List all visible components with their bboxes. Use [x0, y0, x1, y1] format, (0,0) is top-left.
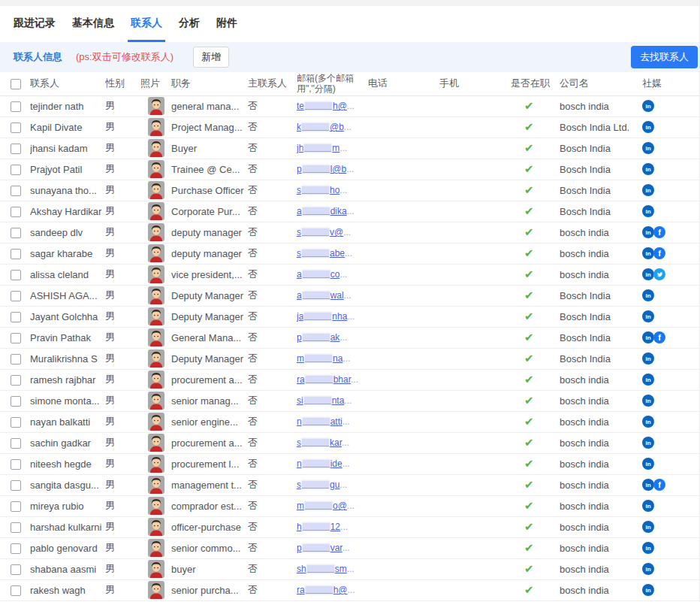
table-row[interactable]: sandeep dlv 男 deputy manager 否 sv@...: [0, 222, 700, 243]
table-row[interactable]: tejinder nath 男 general mana... 否 teh@..…: [0, 95, 700, 116]
linkedin-icon[interactable]: in: [642, 352, 654, 365]
facebook-icon[interactable]: f: [653, 479, 665, 491]
row-checkbox[interactable]: [11, 101, 21, 112]
email-link[interactable]: adika...: [297, 206, 355, 216]
email-link[interactable]: pvar...: [297, 543, 350, 553]
email-link[interactable]: sinta...: [297, 395, 352, 406]
row-checkbox[interactable]: [11, 396, 21, 407]
linkedin-icon[interactable]: in: [642, 542, 654, 554]
email-link[interactable]: aco...: [297, 269, 347, 280]
email-link[interactable]: mna...: [297, 353, 350, 364]
linkedin-icon[interactable]: in: [642, 479, 654, 491]
linkedin-icon[interactable]: in: [642, 205, 654, 217]
find-contacts-button[interactable]: 去找联系人: [631, 46, 698, 68]
row-checkbox[interactable]: [11, 459, 21, 470]
table-row[interactable]: mireya rubio 男 comprador est... 否 mo@...: [0, 495, 700, 516]
linkedin-icon[interactable]: in: [642, 289, 654, 301]
table-row[interactable]: sunayana tho... 男 Purchase Officer 否 sho…: [0, 180, 700, 201]
email-link[interactable]: skar...: [297, 437, 349, 448]
add-contact-button[interactable]: 新增: [193, 47, 229, 68]
linkedin-icon[interactable]: in: [642, 458, 654, 470]
row-checkbox[interactable]: [11, 270, 21, 280]
linkedin-icon[interactable]: in: [642, 226, 654, 238]
linkedin-icon[interactable]: in: [642, 395, 654, 407]
row-checkbox[interactable]: [11, 564, 21, 575]
email-link[interactable]: mo@...: [297, 501, 355, 511]
email-link[interactable]: k@b...: [297, 122, 352, 132]
table-row[interactable]: sangita dasgu... 男 management t... 否 sgu…: [0, 474, 700, 495]
table-row[interactable]: pablo genovard 男 senior commo... 否 pvar.…: [0, 537, 700, 558]
email-link[interactable]: sgu...: [297, 479, 347, 490]
email-link[interactable]: nide...: [297, 458, 350, 469]
email-link[interactable]: sho...: [297, 185, 347, 195]
table-row[interactable]: harshad kulkarni 男 officer-purchase 否 h1…: [0, 516, 700, 537]
row-checkbox[interactable]: [11, 480, 21, 491]
table-row[interactable]: alissa cleland 男 vice president,... 否 ac…: [0, 264, 700, 285]
tab-attachments[interactable]: 附件: [213, 6, 240, 42]
row-checkbox[interactable]: [11, 522, 21, 533]
row-checkbox[interactable]: [11, 186, 21, 196]
tab-basic-info[interactable]: 基本信息: [69, 6, 117, 42]
tab-contacts[interactable]: 联系人: [128, 6, 165, 42]
table-row[interactable]: Pravin Pathak 男 General Mana... 否 pak...: [0, 327, 700, 348]
email-link[interactable]: natti...: [297, 416, 350, 427]
email-link[interactable]: jhm...: [297, 143, 347, 153]
facebook-icon[interactable]: f: [653, 247, 665, 259]
tab-follow-up-records[interactable]: 跟进记录: [11, 6, 59, 42]
table-row[interactable]: ramesh rajbhar 男 procurement a... 否 rabh…: [0, 369, 700, 390]
table-row[interactable]: jhansi kadam 男 Buyer 否 jhm... ✔: [0, 138, 700, 159]
facebook-icon[interactable]: f: [653, 331, 665, 343]
table-row[interactable]: Kapil Divate 男 Project Manag... 否 k@b...: [0, 116, 700, 138]
table-row[interactable]: sagar kharabe 男 deputy manager 否 sabe...: [0, 243, 700, 264]
table-row[interactable]: Prajyot Patil 男 Trainee @ Ce... 否 pl@b..…: [0, 159, 700, 180]
email-link[interactable]: sv@...: [297, 227, 351, 237]
table-row[interactable]: rakesh wagh 男 senior purcha... 否 rah@...: [0, 579, 700, 600]
email-link[interactable]: sabe...: [297, 248, 352, 259]
table-row[interactable]: simone monta... 男 senior manag... 否 sint…: [0, 390, 700, 411]
row-checkbox[interactable]: [11, 375, 21, 386]
tab-analysis[interactable]: 分析: [176, 6, 203, 42]
linkedin-icon[interactable]: in: [642, 121, 654, 133]
select-all-checkbox[interactable]: [11, 79, 21, 89]
linkedin-icon[interactable]: in: [642, 163, 654, 175]
table-row[interactable]: Akshay Hardikar 男 Corporate Pur... 否 adi…: [0, 201, 700, 222]
row-checkbox[interactable]: [11, 291, 21, 301]
table-row[interactable]: sachin gadkar 男 procurement a... 否 skar.…: [0, 432, 700, 453]
email-link[interactable]: janha...: [297, 311, 355, 322]
linkedin-icon[interactable]: in: [642, 310, 654, 322]
twitter-icon[interactable]: [653, 268, 665, 280]
row-checkbox[interactable]: [11, 144, 21, 154]
linkedin-icon[interactable]: in: [642, 416, 654, 428]
email-link[interactable]: rah@...: [297, 585, 355, 595]
row-checkbox[interactable]: [11, 501, 21, 512]
table-row[interactable]: Jayant Golchha 男 Deputy Manager 否 janha.…: [0, 306, 700, 327]
linkedin-icon[interactable]: in: [642, 247, 654, 259]
table-row[interactable]: nayan balkatti 男 senior engine... 否 natt…: [0, 411, 700, 432]
linkedin-icon[interactable]: in: [642, 521, 654, 533]
linkedin-icon[interactable]: in: [642, 500, 654, 512]
row-checkbox[interactable]: [11, 333, 21, 343]
table-row[interactable]: niteesh hegde 男 procurement l... 否 nide.…: [0, 453, 700, 474]
table-row[interactable]: Muralikrishna S 男 Deputy Manager 否 mna..…: [0, 348, 700, 369]
linkedin-icon[interactable]: in: [642, 268, 654, 280]
linkedin-icon[interactable]: in: [642, 437, 654, 449]
row-checkbox[interactable]: [11, 543, 21, 554]
email-link[interactable]: pak...: [297, 332, 347, 343]
linkedin-icon[interactable]: in: [642, 584, 654, 596]
email-link[interactable]: rabhar...: [297, 374, 358, 385]
row-checkbox[interactable]: [11, 438, 21, 449]
row-checkbox[interactable]: [11, 417, 21, 428]
linkedin-icon[interactable]: in: [642, 331, 654, 343]
row-checkbox[interactable]: [11, 207, 21, 217]
email-link[interactable]: pl@b...: [297, 164, 354, 174]
linkedin-icon[interactable]: in: [642, 563, 654, 575]
row-checkbox[interactable]: [11, 123, 21, 133]
linkedin-icon[interactable]: in: [642, 374, 654, 386]
email-link[interactable]: awal...: [297, 290, 352, 301]
email-link[interactable]: h12...: [297, 522, 348, 532]
facebook-icon[interactable]: f: [653, 226, 665, 238]
row-checkbox[interactable]: [11, 585, 21, 596]
linkedin-icon[interactable]: in: [642, 100, 654, 112]
table-row[interactable]: shabana aasmi 男 buyer 否 shsm... ✔: [0, 558, 700, 579]
row-checkbox[interactable]: [11, 228, 21, 238]
